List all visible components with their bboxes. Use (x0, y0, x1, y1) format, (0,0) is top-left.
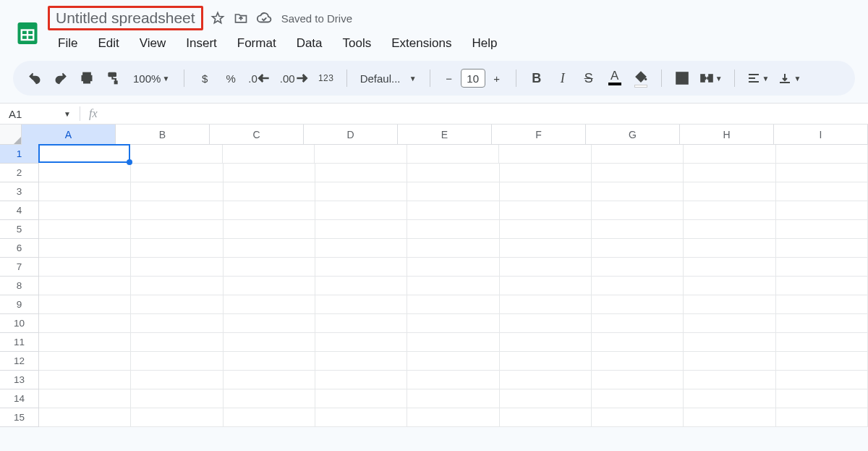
cell[interactable] (592, 333, 684, 352)
cell[interactable] (224, 333, 315, 352)
print-button[interactable] (75, 67, 98, 90)
cell[interactable] (592, 145, 684, 164)
cell[interactable] (39, 333, 131, 352)
cell[interactable] (407, 258, 499, 277)
cell[interactable] (39, 164, 131, 182)
font-size-input[interactable]: 10 (461, 69, 485, 88)
cell[interactable] (407, 164, 499, 182)
cell[interactable] (684, 314, 775, 333)
cell[interactable] (592, 295, 684, 314)
cell[interactable] (315, 182, 407, 201)
cell[interactable] (224, 295, 315, 314)
select-all-corner[interactable] (0, 125, 22, 145)
row-header[interactable]: 11 (0, 333, 39, 352)
cell[interactable] (315, 277, 407, 295)
cell[interactable] (592, 371, 684, 389)
cell[interactable] (407, 220, 499, 239)
cell[interactable] (131, 258, 223, 277)
cell[interactable] (131, 295, 223, 314)
cell[interactable] (39, 201, 131, 220)
zoom-dropdown[interactable]: 100% ▼ (127, 72, 175, 85)
cell[interactable] (500, 201, 592, 220)
cell[interactable] (776, 239, 868, 258)
menu-view[interactable]: View (131, 33, 175, 54)
row-header[interactable]: 15 (0, 408, 39, 427)
cell[interactable] (776, 333, 868, 352)
cell[interactable] (315, 201, 407, 220)
cell[interactable] (315, 295, 407, 314)
cell[interactable] (407, 201, 499, 220)
column-header[interactable]: A (22, 125, 116, 145)
cell[interactable] (776, 201, 868, 220)
cell[interactable] (592, 314, 684, 333)
menu-edit[interactable]: Edit (89, 33, 127, 54)
menu-extensions[interactable]: Extensions (383, 33, 460, 54)
cell[interactable] (315, 314, 407, 333)
cell[interactable] (224, 314, 315, 333)
cell[interactable] (407, 145, 499, 164)
currency-button[interactable]: $ (193, 67, 216, 90)
percent-button[interactable]: % (219, 67, 242, 90)
horizontal-align-button[interactable]: ▼ (744, 67, 773, 90)
cell[interactable] (315, 371, 407, 389)
cell[interactable] (131, 389, 223, 408)
document-title[interactable]: Untitled spreadsheet (48, 6, 203, 30)
cell[interactable] (592, 352, 684, 371)
cell[interactable] (407, 333, 499, 352)
cell[interactable] (407, 182, 499, 201)
cell[interactable] (776, 220, 868, 239)
cell[interactable] (407, 408, 499, 427)
bold-button[interactable]: B (525, 67, 548, 90)
row-header[interactable]: 14 (0, 389, 39, 408)
vertical-align-button[interactable]: ▼ (775, 67, 804, 90)
cell[interactable] (500, 295, 592, 314)
merge-cells-button[interactable]: ▼ (697, 67, 726, 90)
cell[interactable] (407, 277, 499, 295)
cell[interactable] (500, 389, 592, 408)
row-header[interactable]: 3 (0, 182, 39, 201)
cell[interactable] (500, 220, 592, 239)
cell[interactable] (500, 239, 592, 258)
cell[interactable] (315, 352, 407, 371)
cell[interactable] (39, 277, 131, 295)
number-format-button[interactable]: 123 (315, 67, 338, 90)
cell[interactable] (684, 164, 775, 182)
row-header[interactable]: 5 (0, 220, 39, 239)
cell[interactable] (500, 258, 592, 277)
cell[interactable] (500, 277, 592, 295)
cell[interactable] (684, 371, 775, 389)
cell[interactable] (131, 277, 223, 295)
cell[interactable] (776, 145, 868, 164)
cell[interactable] (131, 408, 223, 427)
cell[interactable] (39, 239, 131, 258)
row-header[interactable]: 12 (0, 352, 39, 371)
row-header[interactable]: 4 (0, 201, 39, 220)
cell[interactable] (776, 352, 868, 371)
cell[interactable] (39, 314, 131, 333)
row-header[interactable]: 8 (0, 277, 39, 295)
formula-input[interactable] (106, 104, 868, 124)
cell[interactable] (684, 258, 775, 277)
cell[interactable] (500, 333, 592, 352)
cell[interactable] (500, 352, 592, 371)
cell[interactable] (407, 295, 499, 314)
cell[interactable] (684, 145, 775, 164)
cell[interactable] (224, 389, 315, 408)
row-header[interactable]: 6 (0, 239, 39, 258)
cell[interactable] (592, 164, 684, 182)
cell[interactable] (224, 239, 315, 258)
decrease-decimal-button[interactable]: .0 (245, 67, 274, 90)
cell[interactable] (684, 389, 775, 408)
cell[interactable] (131, 352, 223, 371)
menu-file[interactable]: File (49, 33, 86, 54)
cell[interactable] (224, 371, 315, 389)
cell[interactable] (315, 145, 407, 164)
cell[interactable] (224, 408, 315, 427)
row-header[interactable]: 7 (0, 258, 39, 277)
column-header[interactable]: H (680, 125, 774, 145)
cell[interactable] (776, 408, 868, 427)
cell[interactable] (39, 220, 131, 239)
cell[interactable] (592, 220, 684, 239)
cell[interactable] (39, 182, 131, 201)
cell[interactable] (224, 220, 315, 239)
